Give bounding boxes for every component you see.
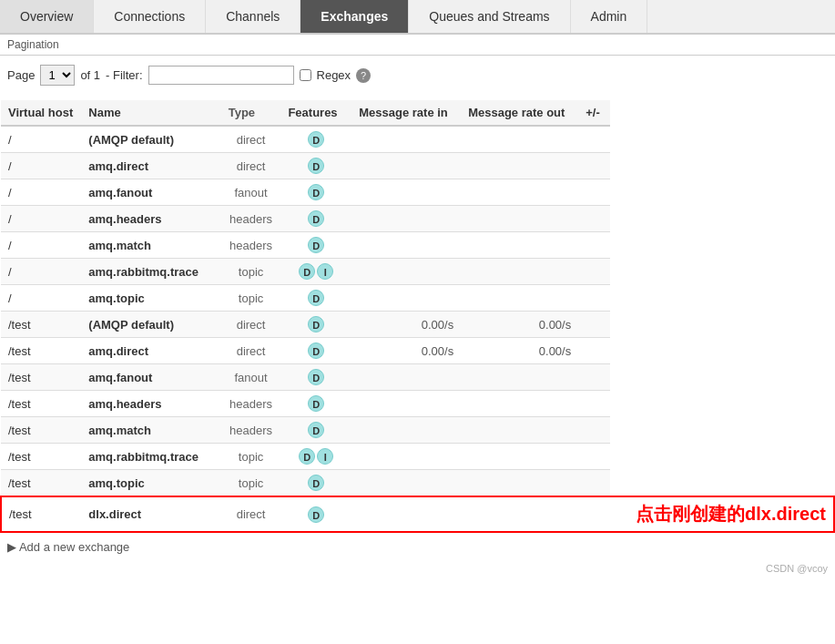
- feature-badge-D: D: [308, 506, 324, 523]
- cell-features: D: [280, 338, 351, 364]
- cell-plusminus: [578, 153, 610, 179]
- table-row[interactable]: /testdlx.directdirectD点击刚创建的dlx.direct: [1, 496, 834, 532]
- table-row[interactable]: /amq.matchheadersD: [1, 232, 834, 259]
- cell-name[interactable]: amq.topic: [81, 470, 220, 497]
- cell-rate-in: [351, 285, 461, 312]
- cell-rate-out: [461, 417, 578, 444]
- add-exchange-row[interactable]: ▶ Add a new exchange: [0, 533, 835, 561]
- exchanges-table: Virtual host Name Type Features Message …: [0, 100, 835, 533]
- cell-vhost: /test: [1, 391, 81, 417]
- cell-name[interactable]: dlx.direct: [81, 496, 220, 532]
- nav-tab-overview[interactable]: Overview: [0, 0, 94, 33]
- annotation-text: 点击刚创建的dlx.direct: [636, 502, 826, 526]
- cell-rate-out: [461, 179, 578, 206]
- table-row[interactable]: /amq.rabbitmq.tracetopicDI: [1, 259, 834, 285]
- cell-rate-out: [461, 444, 578, 470]
- th-rate-in: Message rate in: [351, 100, 461, 126]
- table-row[interactable]: /amq.fanoutfanoutD: [1, 179, 834, 206]
- table-row[interactable]: /testamq.directdirectD0.00/s0.00/s: [1, 338, 834, 364]
- cell-rate-in: [351, 259, 461, 285]
- cell-type: direct: [221, 496, 281, 532]
- cell-name[interactable]: amq.rabbitmq.trace: [81, 444, 220, 470]
- cell-name[interactable]: amq.fanout: [81, 179, 220, 206]
- cell-type: fanout: [221, 179, 281, 206]
- cell-type: headers: [221, 206, 281, 232]
- add-exchange-label: ▶ Add a new exchange: [7, 540, 129, 554]
- cell-plusminus: [578, 470, 610, 497]
- table-header-row: Virtual host Name Type Features Message …: [1, 100, 834, 126]
- cell-name[interactable]: amq.match: [81, 232, 220, 259]
- cell-name[interactable]: amq.rabbitmq.trace: [81, 259, 220, 285]
- cell-type: headers: [221, 232, 281, 259]
- cell-name[interactable]: amq.headers: [81, 206, 220, 232]
- filter-input[interactable]: [148, 66, 294, 85]
- cell-rate-in: [351, 364, 461, 391]
- cell-features: D: [280, 364, 351, 391]
- cell-name[interactable]: amq.direct: [81, 338, 220, 364]
- cell-type: direct: [221, 126, 281, 153]
- feature-badge-I: I: [317, 448, 333, 465]
- th-type: Type: [221, 100, 281, 126]
- cell-vhost: /test: [1, 364, 81, 391]
- cell-vhost: /: [1, 259, 81, 285]
- feature-badge-D: D: [308, 342, 324, 359]
- nav-tab-queues[interactable]: Queues and Streams: [409, 0, 570, 33]
- cell-rate-in: [351, 126, 461, 153]
- cell-name[interactable]: amq.match: [81, 417, 220, 444]
- nav-tabs: OverviewConnectionsChannelsExchangesQueu…: [0, 0, 835, 35]
- regex-checkbox[interactable]: [300, 69, 311, 81]
- page-label: Page: [7, 68, 35, 82]
- cell-name[interactable]: (AMQP default): [81, 312, 220, 338]
- table-row[interactable]: /(AMQP default)directD: [1, 126, 834, 153]
- cell-features: DI: [280, 444, 351, 470]
- table-row[interactable]: /test(AMQP default)directD0.00/s0.00/s: [1, 312, 834, 338]
- cell-type: headers: [221, 417, 281, 444]
- table-row[interactable]: /testamq.topictopicD: [1, 470, 834, 497]
- feature-badge-D: D: [308, 475, 324, 491]
- cell-plusminus: [578, 259, 610, 285]
- feature-badge-D: D: [308, 369, 324, 385]
- cell-name[interactable]: amq.topic: [81, 285, 220, 312]
- feature-badge-D: D: [308, 316, 324, 332]
- cell-plusminus: [578, 179, 610, 206]
- table-row[interactable]: /testamq.fanoutfanoutD: [1, 364, 834, 391]
- cell-plusminus: [578, 444, 610, 470]
- table-row[interactable]: /testamq.headersheadersD: [1, 391, 834, 417]
- table-row[interactable]: /testamq.rabbitmq.tracetopicDI: [1, 444, 834, 470]
- feature-badge-D: D: [308, 210, 324, 227]
- nav-tab-exchanges[interactable]: Exchanges: [300, 0, 409, 33]
- cell-name[interactable]: (AMQP default): [81, 126, 220, 153]
- cell-vhost: /: [1, 179, 81, 206]
- page-select[interactable]: 1: [40, 65, 75, 86]
- help-icon[interactable]: ?: [356, 68, 371, 83]
- cell-rate-out: [461, 470, 578, 497]
- cell-plusminus: [578, 206, 610, 232]
- cell-features: D: [280, 232, 351, 259]
- cell-rate-out: [461, 126, 578, 153]
- cell-features: D: [280, 126, 351, 153]
- feature-badge-D: D: [308, 395, 324, 412]
- cell-type: direct: [221, 338, 281, 364]
- cell-rate-out: [461, 206, 578, 232]
- cell-features: D: [280, 206, 351, 232]
- cell-features: D: [280, 391, 351, 417]
- th-plusminus[interactable]: +/-: [578, 100, 610, 126]
- nav-tab-admin[interactable]: Admin: [571, 0, 648, 33]
- cell-vhost: /test: [1, 312, 81, 338]
- table-row[interactable]: /testamq.matchheadersD: [1, 417, 834, 444]
- cell-name[interactable]: amq.headers: [81, 391, 220, 417]
- table-row[interactable]: /amq.topictopicD: [1, 285, 834, 312]
- nav-tab-connections[interactable]: Connections: [94, 0, 206, 33]
- pagination-section[interactable]: Pagination: [0, 35, 835, 56]
- feature-badge-D: D: [299, 263, 315, 280]
- cell-rate-in: 0.00/s: [351, 312, 461, 338]
- table-row[interactable]: /amq.directdirectD: [1, 153, 834, 179]
- cell-name[interactable]: amq.direct: [81, 153, 220, 179]
- th-features: Features: [280, 100, 351, 126]
- cell-rate-out: [461, 153, 578, 179]
- cell-name[interactable]: amq.fanout: [81, 364, 220, 391]
- cell-rate-out: [461, 259, 578, 285]
- table-row[interactable]: /amq.headersheadersD: [1, 206, 834, 232]
- pagination-label: Pagination: [7, 38, 59, 51]
- nav-tab-channels[interactable]: Channels: [206, 0, 300, 33]
